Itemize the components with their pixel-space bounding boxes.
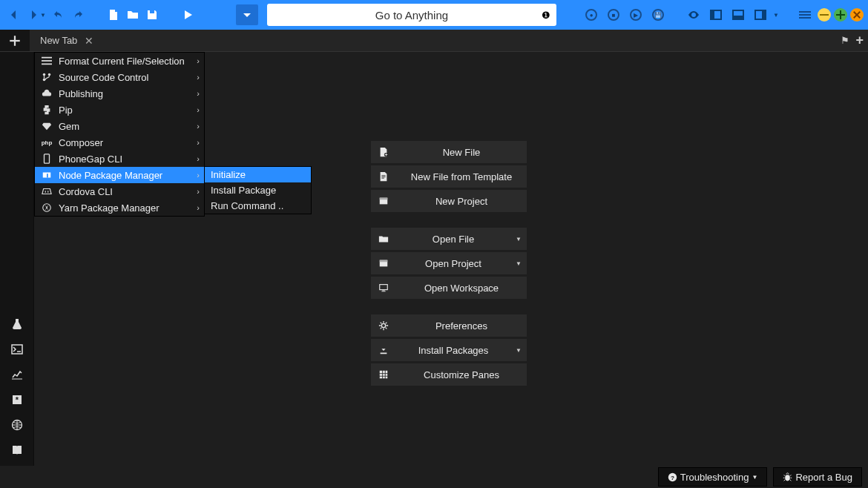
sub-initialize[interactable]: Initialize [205, 167, 311, 182]
svg-rect-30 [380, 198, 388, 200]
minimize-icon[interactable] [818, 8, 831, 22]
svg-rect-5 [762, 10, 766, 19]
start-open-project[interactable]: Open Project ▼ [371, 252, 527, 274]
main-toolbar: ▼ Go to Anything ❶ ● ■ ▶ 💾 ▼ [0, 0, 868, 30]
new-file-toolbar-button[interactable] [104, 4, 123, 25]
add-tab-right-icon[interactable]: + [855, 33, 864, 48]
ctx-item-label: Format Current File/Selection [59, 56, 185, 67]
ctx-item-label: Composer [59, 137, 103, 148]
ctx-phonegap[interactable]: PhoneGap CLI › [35, 151, 204, 167]
monitor-icon [371, 283, 396, 293]
rail-regex-icon[interactable]: * [0, 389, 33, 411]
ctx-item-label: Cordova CLI [59, 186, 113, 197]
sub-install-package[interactable]: Install Package [205, 182, 311, 198]
sp-label: New File [396, 147, 527, 158]
start-install-packages[interactable]: Install Packages ▼ [371, 339, 527, 361]
sp-label: Open File [396, 234, 510, 245]
chevron-right-icon: › [197, 122, 200, 131]
nav-back-button[interactable] [4, 4, 24, 25]
start-open-file[interactable]: Open File ▼ [371, 228, 527, 250]
record-macro-button[interactable]: ● [582, 4, 601, 25]
rail-lab-icon[interactable] [0, 313, 33, 335]
help-icon: ? [668, 472, 677, 482]
ctx-item-label: Publishing [59, 88, 103, 99]
sp-label: New Project [396, 196, 527, 207]
start-new-file-template[interactable]: New File from Template [371, 165, 527, 188]
ctx-yarn[interactable]: Yarn Package Manager › [35, 200, 204, 216]
svg-rect-10 [10, 39, 20, 41]
sub-run-command[interactable]: Run Command .. [205, 198, 311, 214]
ctx-publishing[interactable]: Publishing › [35, 85, 204, 102]
play-macro-button[interactable]: ▶ [626, 4, 645, 25]
start-customize-panes[interactable]: Customize Panes [371, 363, 527, 386]
bug-icon [783, 472, 792, 482]
dropdown-caret-icon[interactable]: ▼ [510, 260, 527, 267]
sp-label: Open Workspace [396, 283, 527, 294]
sp-label: Install Packages [396, 345, 510, 356]
branch-icon [41, 72, 53, 82]
window-icon [371, 258, 396, 268]
pane-dropdown-caret[interactable]: ▼ [773, 12, 779, 19]
pin-tab-icon[interactable]: ⚑ [841, 35, 849, 46]
left-rail: * [0, 52, 34, 466]
svg-rect-43 [380, 377, 383, 379]
save-toolbar-button[interactable] [142, 4, 162, 25]
menu-button[interactable] [795, 4, 815, 25]
tab-new[interactable]: New Tab ✕ [30, 30, 104, 51]
report-bug-button[interactable]: Report a Bug [773, 467, 862, 487]
maximize-icon[interactable] [834, 8, 847, 22]
undo-button[interactable] [49, 4, 68, 25]
toggle-preview-button[interactable] [684, 4, 703, 25]
sub-item-label: Install Package [211, 185, 276, 196]
ctx-npm[interactable]: Node Package Manager › [35, 167, 204, 183]
ctx-composer[interactable]: php Composer › [35, 134, 204, 151]
redo-button[interactable] [68, 4, 88, 25]
start-preferences[interactable]: Preferences [371, 314, 527, 337]
troubleshooting-button[interactable]: ? Troubleshooting ▼ [658, 467, 768, 487]
chevron-right-icon: › [197, 56, 200, 65]
grid-icon [371, 369, 396, 380]
start-new-project[interactable]: New Project [371, 190, 527, 212]
rail-book-icon[interactable] [0, 439, 33, 461]
close-window-icon[interactable] [850, 8, 864, 22]
dropdown-button[interactable] [236, 4, 258, 25]
ctx-format-file[interactable]: Format Current File/Selection › [35, 53, 204, 69]
svg-rect-33 [380, 285, 388, 290]
go-to-anything-search[interactable]: Go to Anything ❶ [267, 4, 556, 26]
svg-rect-27 [381, 177, 385, 177]
start-new-file[interactable]: New File [371, 141, 527, 163]
start-open-workspace[interactable]: Open Workspace [371, 277, 527, 299]
new-tab-button[interactable] [0, 30, 30, 51]
rail-terminal-icon[interactable] [0, 338, 33, 360]
open-file-toolbar-button[interactable] [123, 4, 142, 25]
sub-item-label: Run Command .. [211, 200, 283, 211]
dropdown-caret-icon: ▼ [752, 474, 757, 481]
ctx-pip[interactable]: Pip › [35, 102, 204, 118]
pane-left-button[interactable] [706, 4, 726, 25]
context-menu: Format Current File/Selection › Source C… [34, 52, 205, 217]
dropdown-caret-icon[interactable]: ▼ [510, 347, 527, 354]
file-plus-icon [371, 147, 396, 157]
stop-macro-button[interactable]: ■ [604, 4, 623, 25]
dropdown-caret-icon[interactable]: ▼ [510, 236, 527, 243]
save-macro-button[interactable]: 💾 [648, 4, 668, 25]
run-button[interactable] [178, 4, 197, 25]
svg-rect-35 [381, 291, 385, 291]
pane-bottom-button[interactable] [729, 4, 748, 25]
rail-chart-icon[interactable] [0, 363, 33, 386]
svg-rect-17 [42, 64, 52, 65]
python-icon [41, 105, 53, 115]
ctx-source-control[interactable]: Source Code Control › [35, 69, 204, 85]
svg-text:*: * [15, 395, 19, 404]
phonegap-icon [41, 154, 53, 164]
ctx-gem[interactable]: Gem › [35, 118, 204, 134]
ctx-cordova[interactable]: Cordova CLI › [35, 183, 204, 200]
cordova-icon [41, 186, 53, 197]
close-tab-icon[interactable]: ✕ [85, 35, 93, 47]
chevron-right-icon: › [197, 203, 200, 212]
pane-right-button[interactable] [751, 4, 770, 25]
gear-icon [371, 320, 396, 331]
nav-dropdown-caret[interactable]: ▼ [40, 12, 46, 19]
rail-globe-icon[interactable] [0, 414, 33, 436]
sp-label: Open Project [396, 258, 510, 269]
